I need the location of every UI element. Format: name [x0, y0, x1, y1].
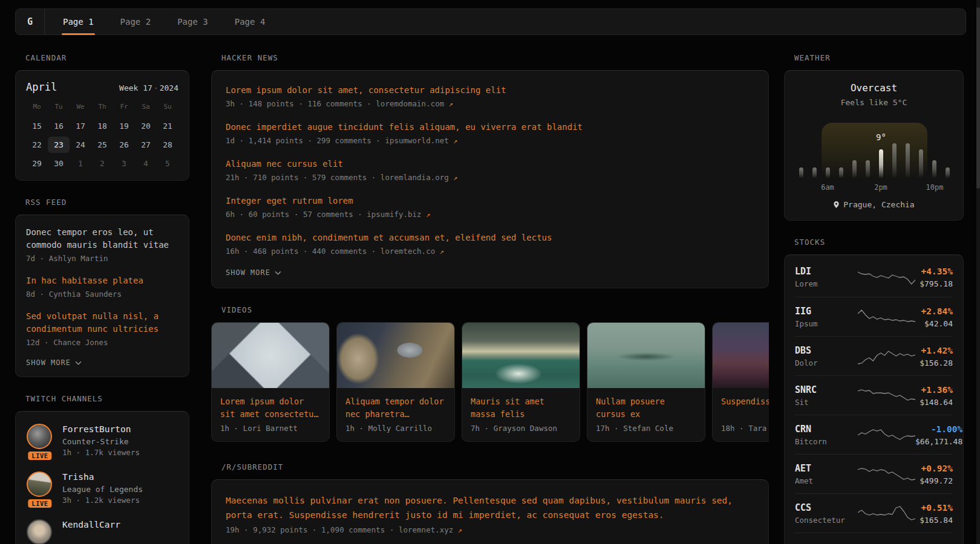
stock-sparkline — [858, 386, 915, 404]
stock-row[interactable]: CCS Consectetur +0.51% $165.84 — [795, 493, 953, 533]
reddit-post-link[interactable]: Maecenas mollis pulvinar erat non posuer… — [226, 493, 754, 522]
weather-bar — [946, 167, 950, 178]
stock-row[interactable]: LDI Lorem +4.35% $795.18 — [795, 257, 953, 297]
calendar-day: 18 — [91, 118, 113, 134]
weekday-label: Mo — [26, 103, 48, 115]
stock-sparkline — [858, 426, 915, 444]
rss-item-meta: 7d · Ashlyn Martin — [26, 254, 178, 263]
video-title-link[interactable]: Mauris sit amet massa felis — [471, 395, 571, 421]
weather-bar — [812, 167, 817, 178]
channel-game: Counter-Strike — [62, 437, 140, 446]
scrollbar[interactable] — [976, 0, 980, 544]
video-thumbnail — [462, 323, 580, 388]
hn-item-link[interactable]: Lorem ipsum dolor sit amet, consectetur … — [226, 84, 754, 97]
avatar — [27, 519, 52, 544]
tab-page-1[interactable]: Page 1 — [50, 9, 107, 34]
stock-row[interactable]: DBS Dolor +1.42% $156.28 — [795, 336, 953, 375]
twitch-channel[interactable]: LIVE Trisha League of Legends 3h · 1.2k … — [26, 471, 178, 505]
avatar — [27, 424, 52, 449]
hn-item-link[interactable]: Integer eget rutrum lorem — [226, 195, 754, 207]
reddit-post-meta: 19h · 9,932 points · 1,090 comments · lo… — [226, 525, 754, 534]
hn-item-link[interactable]: Aliquam nec cursus elit — [226, 158, 754, 170]
rss-item-link[interactable]: In hac habitasse platea — [26, 274, 178, 287]
rss-item-link[interactable]: Donec tempor eros leo, ut commodo mauris… — [26, 226, 178, 251]
weekday-label: Su — [157, 103, 178, 115]
rss-item-meta: 8d · Cynthia Saunders — [26, 290, 178, 299]
video-card[interactable]: Suspendisse diam 18h · Tara — [712, 322, 769, 442]
stock-row[interactable]: IIG Ipsum +2.84% $42.04 — [795, 297, 953, 336]
video-thumbnail — [713, 323, 769, 388]
twitch-section: TWITCH CHANNELS LIVE ForrestBurton Count… — [15, 394, 189, 544]
video-title-link[interactable]: Suspendisse diam — [721, 395, 769, 421]
rss-show-more-button[interactable]: SHOW MORE — [26, 358, 178, 367]
weather-location: Prague, Czechia — [799, 200, 949, 209]
twitch-channel[interactable]: KendallCarr — [26, 519, 178, 544]
page-tabs: Page 1 Page 2 Page 3 Page 4 — [50, 9, 278, 34]
hour-label: 10pm — [926, 183, 944, 192]
tab-page-2[interactable]: Page 2 — [107, 9, 165, 34]
video-title-link[interactable]: Aliquam tempor dolor nec pharetra… — [345, 395, 446, 421]
channel-name: Trisha — [62, 471, 143, 482]
video-title-link[interactable]: Nullam posuere cursus ex — [596, 395, 696, 421]
weather-bar — [839, 167, 843, 178]
stock-price: $42.04 — [915, 319, 953, 328]
stock-change: +1.42% — [915, 345, 953, 357]
hn-item: Lorem ipsum dolor sit amet, consectetur … — [226, 84, 754, 108]
tab-page-3[interactable]: Page 3 — [164, 9, 221, 34]
stock-sparkline — [858, 268, 915, 287]
external-link-icon[interactable]: ↗ — [453, 173, 457, 182]
hn-item-meta: 21h · 710 points · 579 comments · loreml… — [226, 173, 754, 182]
calendar-day-next-month: 4 — [135, 155, 157, 172]
stock-name: Consectetur — [795, 516, 858, 525]
external-link-icon[interactable]: ↗ — [449, 100, 453, 108]
calendar-day-next-month: 1 — [70, 155, 91, 172]
app-logo[interactable]: G — [16, 9, 45, 34]
weather-bar — [852, 160, 857, 178]
stocks-section-title: STOCKS — [794, 238, 964, 247]
chevron-down-icon — [75, 361, 82, 365]
calendar-day: 27 — [135, 137, 157, 153]
stock-row[interactable]: AHS +0.46% — [795, 533, 953, 544]
weather-hourly-chart: 9° — [799, 118, 950, 178]
hn-item-link[interactable]: Donec enim nibh, condimentum et accumsan… — [226, 232, 754, 244]
hn-item: Donec enim nibh, condimentum et accumsan… — [226, 232, 754, 256]
videos-section: VIDEOS Lorem ipsum dolor sit amet consec… — [211, 305, 769, 442]
stock-symbol: DBS — [795, 345, 858, 357]
external-link-icon[interactable]: ↗ — [440, 247, 444, 256]
tab-page-4[interactable]: Page 4 — [221, 9, 279, 34]
twitch-channel[interactable]: LIVE ForrestBurton Counter-Strike 1h · 1… — [26, 424, 178, 457]
video-card[interactable]: Mauris sit amet massa felis 7h · Grayson… — [462, 322, 580, 442]
stock-change: +4.35% — [915, 266, 953, 277]
stock-name: Sit — [795, 398, 858, 407]
external-link-icon[interactable]: ↗ — [458, 526, 462, 534]
external-link-icon[interactable]: ↗ — [426, 210, 430, 219]
hn-item-link[interactable]: Donec imperdiet augue tincidunt felis al… — [226, 121, 754, 134]
stock-row[interactable]: SNRC Sit +1.36% $148.64 — [795, 375, 953, 415]
scrollbar-thumb[interactable] — [976, 7, 980, 189]
stock-price: $66,171.48 — [915, 437, 962, 446]
video-meta: 18h · Tara — [721, 424, 769, 433]
stock-row[interactable]: CRN Bitcorn -1.00% $66,171.48 — [795, 415, 953, 454]
video-card[interactable]: Aliquam tempor dolor nec pharetra… 1h · … — [336, 322, 455, 442]
video-meta: 17h · Stefan Cole — [596, 424, 696, 433]
external-link-icon[interactable]: ↗ — [453, 137, 457, 145]
channel-meta: 1h · 1.7k viewers — [62, 448, 140, 457]
rss-feed-widget: Donec tempor eros leo, ut commodo mauris… — [15, 215, 189, 377]
stock-sparkline — [858, 308, 915, 326]
video-meta: 7h · Grayson Dawson — [471, 424, 571, 433]
hn-show-more-button[interactable]: SHOW MORE — [226, 268, 754, 277]
calendar-day-next-month: 5 — [157, 155, 178, 172]
weather-bar — [799, 167, 803, 178]
calendar-section: CALENDAR April Week 17·2024 Mo Tu We Th … — [15, 53, 189, 181]
video-title-link[interactable]: Lorem ipsum dolor sit amet consectetu… — [220, 395, 321, 421]
video-card[interactable]: Nullam posuere cursus ex 17h · Stefan Co… — [587, 322, 705, 442]
weather-bar — [919, 149, 923, 178]
stock-row[interactable]: AET Amet +0.92% $499.72 — [795, 454, 953, 493]
rss-item-link[interactable]: Sed volutpat nulla nisl, a condimentum n… — [26, 310, 178, 335]
stocks-widget: LDI Lorem +4.35% $795.18 IIG Ipsum — [784, 254, 964, 544]
video-meta: 1h · Molly Carrillo — [345, 424, 446, 433]
hn-item: Donec imperdiet augue tincidunt felis al… — [226, 121, 754, 145]
reddit-post: Maecenas mollis pulvinar erat non posuer… — [226, 493, 754, 534]
video-card[interactable]: Lorem ipsum dolor sit amet consectetu… 1… — [211, 322, 330, 442]
channel-meta: 3h · 1.2k viewers — [62, 496, 143, 505]
